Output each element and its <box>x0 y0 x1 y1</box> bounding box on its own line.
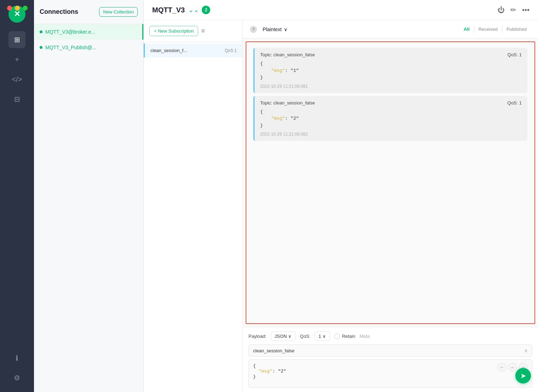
body-line: { <box>260 60 522 67</box>
send-button[interactable]: ➤ <box>515 368 531 384</box>
connection-badge: 2 <box>202 6 210 14</box>
prev-message-button[interactable]: ← <box>497 363 506 372</box>
edit-button[interactable]: ✏ <box>510 6 516 14</box>
table-icon: ⊟ <box>14 95 20 103</box>
json-key: "msg" <box>271 68 285 73</box>
sidebar: ✕ ⊞ + </> ⊟ ℹ ⚙ <box>0 0 34 392</box>
power-button[interactable]: ⏻ <box>498 6 505 14</box>
sidebar-item-code[interactable]: </> <box>8 71 25 88</box>
connection-name: MQTT_V3@broker.e... <box>45 29 95 35</box>
message-body: { "msg": "1" } <box>260 60 522 81</box>
message-header: Topic: clean_session_false QoS: 1 <box>260 52 522 57</box>
payload-label: Payload: <box>248 334 267 339</box>
more-menu-button[interactable]: ••• <box>522 6 530 14</box>
new-collection-button[interactable]: New Collection <box>99 7 138 17</box>
edit-icon: ✏ <box>510 6 516 14</box>
chevron-down-icon: ⌄⌄ <box>188 6 199 14</box>
message-topic: Topic: clean_session_false <box>260 100 315 106</box>
subscription-name: clean_session_f... <box>150 48 225 53</box>
editor-line: "msg": "2" <box>253 369 528 374</box>
chevron-down-icon: ∨ <box>524 348 528 353</box>
help-icon: ? <box>250 26 257 33</box>
tab-received[interactable]: Received <box>474 25 502 33</box>
publish-area: Payload: JSON ∨ QoS: 1 ∨ Retain Meta <box>243 327 538 392</box>
settings-icon: ⚙ <box>14 374 20 382</box>
retain-toggle <box>334 334 340 339</box>
payload-format-select[interactable]: JSON ∨ <box>271 331 296 341</box>
close-button[interactable] <box>7 6 12 11</box>
subscription-qos: QoS 1 <box>225 48 237 53</box>
connections-header: Connections New Collection <box>34 0 143 24</box>
retain-label: Retain <box>342 334 355 339</box>
page-title: MQTT_V3 <box>152 6 185 14</box>
meta-button[interactable]: Meta <box>360 334 370 339</box>
message-card: Topic: clean_session_false QoS: 1 { "msg… <box>253 96 527 141</box>
json-key: "msg" <box>271 116 285 121</box>
message-qos: QoS: 1 <box>508 100 522 106</box>
power-icon: ⏻ <box>498 6 505 14</box>
subscription-item[interactable]: clean_session_f... QoS 1 <box>144 44 242 57</box>
connection-item-mqtt-v3-pub[interactable]: MQTT_V3_Publish@... <box>34 40 143 55</box>
maximize-button[interactable] <box>23 6 28 11</box>
connection-name: MQTT_V3_Publish@... <box>45 45 96 50</box>
sidebar-item-add[interactable]: + <box>8 51 25 68</box>
topic-row: ∨ <box>248 345 532 357</box>
mid-button[interactable]: – <box>508 363 517 372</box>
qos-label: QoS: <box>300 334 310 339</box>
body-line: "msg": "2" <box>260 115 522 122</box>
connections-title: Connections <box>40 8 78 16</box>
message-body: { "msg": "2" } <box>260 108 522 129</box>
json-key: "msg" <box>259 369 273 374</box>
format-label: Plaintext <box>263 27 282 32</box>
message-timestamp: 2022-10-29 11:21:06:981 <box>260 84 522 89</box>
add-icon: + <box>15 56 19 64</box>
subscriptions-pane: + New Subscription ≡ clean_session_f... … <box>144 20 243 392</box>
main-content: MQTT_V3 ⌄⌄ 2 ⏻ ✏ ••• + New Subscription … <box>144 0 538 392</box>
chevron-down-icon: ∨ <box>284 27 287 32</box>
body-line: } <box>260 122 522 129</box>
topbar: MQTT_V3 ⌄⌄ 2 ⏻ ✏ ••• <box>144 0 538 20</box>
more-icon: ••• <box>522 6 530 14</box>
send-icon: ➤ <box>520 371 526 380</box>
sidebar-item-info[interactable]: ℹ <box>8 350 25 367</box>
payload-editor[interactable]: { "msg": "2" } ← – → <box>248 359 532 388</box>
message-header: Topic: clean_session_false QoS: 1 <box>260 100 522 106</box>
connection-status-dot <box>40 30 42 33</box>
chevron-down-icon: ∨ <box>288 334 292 339</box>
chevron-down-icon: ∨ <box>322 334 326 339</box>
content-area: + New Subscription ≡ clean_session_f... … <box>144 20 538 392</box>
body-line: "msg": "1" <box>260 67 522 74</box>
sidebar-item-settings[interactable]: ⚙ <box>8 369 25 386</box>
topic-input[interactable] <box>253 348 524 353</box>
format-selector[interactable]: Plaintext ∨ <box>263 27 287 32</box>
publish-controls: Payload: JSON ∨ QoS: 1 ∨ Retain Meta <box>248 331 532 341</box>
sidebar-item-connections[interactable]: ⊞ <box>8 31 25 48</box>
messages-list: Topic: clean_session_false QoS: 1 { "msg… <box>246 41 535 324</box>
sidebar-item-table[interactable]: ⊟ <box>8 91 25 108</box>
connections-icon: ⊞ <box>14 35 20 44</box>
message-filter-tabs: All Received Published <box>459 25 531 33</box>
filter-icon: ≡ <box>201 27 205 35</box>
tab-all[interactable]: All <box>459 25 474 33</box>
new-subscription-button[interactable]: + New Subscription <box>149 26 198 36</box>
messages-pane: ? Plaintext ∨ All Received Published Top… <box>243 20 538 392</box>
message-timestamp: 2022-10-29 11:21:06:982 <box>260 132 522 137</box>
connection-item-mqtt-v3[interactable]: MQTT_V3@broker.e... <box>34 24 143 40</box>
message-card: Topic: clean_session_false QoS: 1 { "msg… <box>253 48 527 93</box>
connection-status-dot <box>40 46 42 49</box>
filter-button[interactable]: ≡ <box>201 27 205 35</box>
minimize-button[interactable] <box>15 6 20 11</box>
editor-line: } <box>253 374 528 379</box>
connections-panel: Connections New Collection MQTT_V3@broke… <box>34 0 144 392</box>
payload-format-value: JSON <box>275 334 287 339</box>
tab-published[interactable]: Published <box>502 25 531 33</box>
qos-select[interactable]: 1 ∨ <box>315 331 330 341</box>
message-topic: Topic: clean_session_false <box>260 52 315 57</box>
qos-value: 1 <box>319 334 321 339</box>
info-icon: ℹ <box>16 354 18 362</box>
editor-line: { <box>253 363 528 369</box>
messages-toolbar: ? Plaintext ∨ All Received Published <box>243 20 538 39</box>
subscriptions-toolbar: + New Subscription ≡ <box>144 20 242 42</box>
retain-checkbox[interactable]: Retain <box>334 334 355 339</box>
body-line: { <box>260 108 522 115</box>
